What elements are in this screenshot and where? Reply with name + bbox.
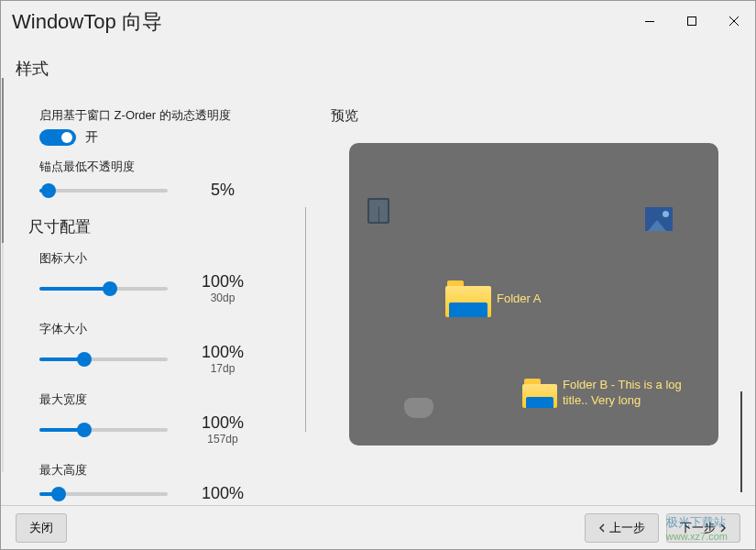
next-button[interactable]: 下一步 <box>666 513 740 543</box>
titlebar: WindowTop 向导 <box>1 1 755 47</box>
font-size-label: 字体大小 <box>39 321 303 337</box>
chevron-right-icon <box>719 523 727 533</box>
folder-a: Folder A <box>445 280 541 317</box>
font-size-slider[interactable] <box>39 358 168 361</box>
chevron-left-icon <box>598 523 606 533</box>
max-width-label: 最大宽度 <box>39 391 303 408</box>
section-title: 样式 <box>1 47 755 80</box>
max-width-value: 100% 157dp <box>186 413 259 446</box>
anchor-opacity-value: 5% <box>186 181 259 200</box>
anchor-opacity-label: 锚点最低不透明度 <box>39 159 303 175</box>
preview-title: 预览 <box>331 107 737 125</box>
font-size-value: 100% 17dp <box>186 343 259 375</box>
footer: 关闭 上一步 下一步 <box>1 505 755 549</box>
toggle-on-label: 开 <box>85 129 98 146</box>
maximize-button[interactable] <box>671 8 713 34</box>
max-width-slider[interactable] <box>39 428 168 432</box>
svg-rect-0 <box>645 21 654 22</box>
game-controller-icon <box>404 398 433 418</box>
max-height-value: 100% <box>186 484 259 503</box>
prev-button[interactable]: 上一步 <box>585 513 659 543</box>
icon-size-slider[interactable] <box>39 287 168 291</box>
icon-size-value: 100% 30dp <box>186 272 259 304</box>
calculator-icon <box>367 198 389 224</box>
zorder-transparency-label: 启用基于窗口 Z-Order 的动态透明度 <box>39 107 303 124</box>
preview-scrollbar[interactable] <box>740 391 742 492</box>
preview-box: Folder A Folder B - This is a log title.… <box>349 143 718 446</box>
pictures-icon <box>645 207 673 231</box>
svg-rect-1 <box>688 17 696 26</box>
size-config-header: 尺寸配置 <box>28 216 303 237</box>
close-wizard-button[interactable]: 关闭 <box>16 513 67 543</box>
minimize-button[interactable] <box>629 8 671 34</box>
close-button[interactable] <box>713 8 755 34</box>
preview-panel: 预览 Folder A Folder B - This is a log tit… <box>312 80 755 511</box>
max-height-slider[interactable] <box>39 492 168 496</box>
anchor-opacity-slider[interactable] <box>39 189 168 192</box>
panel-separator <box>305 207 306 432</box>
max-height-label: 最大高度 <box>39 462 303 478</box>
folder-b: Folder B - This is a log title.. Very lo… <box>522 378 700 409</box>
left-scrollbar[interactable] <box>2 78 4 472</box>
window-title: WindowTop 向导 <box>12 8 162 36</box>
icon-size-label: 图标大小 <box>39 250 303 267</box>
settings-panel: 启用基于窗口 Z-Order 的动态透明度 开 锚点最低不透明度 5% 尺寸配置… <box>10 80 312 511</box>
zorder-toggle[interactable] <box>39 129 76 146</box>
